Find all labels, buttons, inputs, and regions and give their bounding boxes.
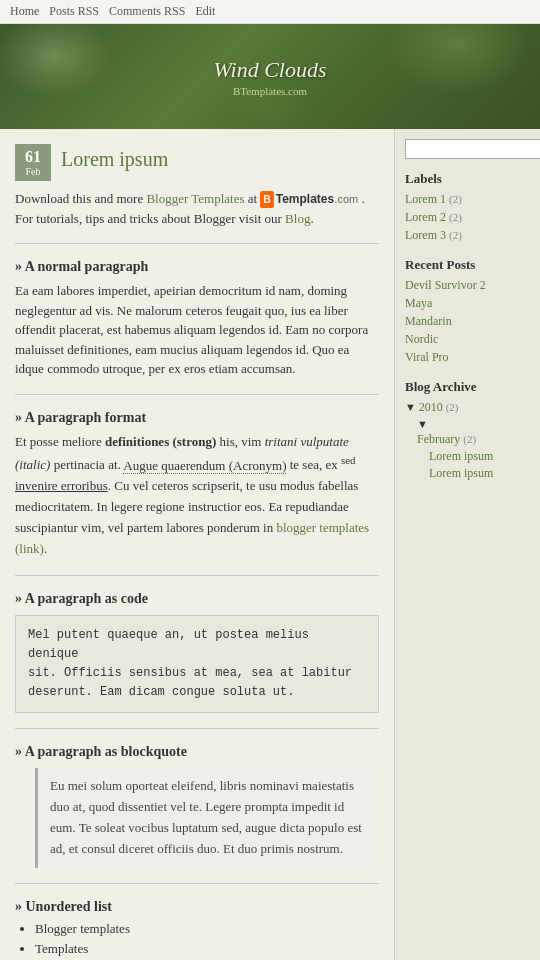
divider-5 [15, 883, 379, 884]
post-date-day: 61 [21, 148, 45, 166]
normal-paragraph-text: Ea eam labores imperdiet, apeirian democ… [15, 281, 379, 379]
label-link[interactable]: Lorem 3 (2) [405, 228, 462, 242]
nav-edit[interactable]: Edit [195, 4, 215, 19]
download-text: Download this and more [15, 191, 143, 206]
list-item-label: Blogger templates [35, 921, 130, 936]
label-item: Lorem 1 (2) [405, 192, 530, 207]
post-intro: Download this and more Blogger Templates… [15, 189, 379, 228]
nav-home[interactable]: Home [10, 4, 39, 19]
archive-month: February [417, 432, 460, 446]
list-item-label: Templates [35, 941, 88, 956]
recent-post-link[interactable]: Viral Pro [405, 350, 449, 364]
section-code-heading: » A paragraph as code [15, 591, 379, 607]
section-list-heading: » Unordered list [15, 899, 379, 915]
divider-2 [15, 394, 379, 395]
label-item: Lorem 2 (2) [405, 210, 530, 225]
archive-toggle-year[interactable]: ▼ [405, 401, 419, 413]
label-name: Lorem 1 [405, 192, 446, 206]
nav-posts-rss[interactable]: Posts RSS [49, 4, 99, 19]
archive-post-link[interactable]: Lorem ipsum [429, 449, 530, 464]
label-count: (2) [449, 193, 462, 205]
main-wrapper: 61 Feb Lorem ipsum Download this and mor… [0, 129, 540, 960]
recent-post-link[interactable]: Maya [405, 296, 432, 310]
labels-heading: Labels [405, 171, 530, 187]
blogger-templates-link[interactable]: Blogger Templates [146, 191, 244, 206]
post-header: 61 Feb Lorem ipsum [15, 144, 379, 181]
section-blockquote-heading: » A paragraph as blockquote [15, 744, 379, 760]
unordered-list: Blogger templates Templates [15, 921, 379, 957]
label-link[interactable]: Lorem 2 (2) [405, 210, 462, 224]
list-item: Templates [35, 941, 379, 957]
format-paragraph: Et posse meliore definitiones (strong) h… [15, 432, 379, 560]
archive-year-count: (2) [446, 401, 459, 413]
format-mid2: pertinacia at. [50, 458, 123, 473]
label-count: (2) [449, 229, 462, 241]
format-mid3: te sea, ex [286, 458, 341, 473]
recent-post-item: Devil Survivor 2 [405, 278, 530, 293]
blogger-icon: B [260, 191, 273, 208]
archive-year-link[interactable]: 2010 (2) [419, 400, 459, 414]
recent-posts-section: Recent Posts Devil Survivor 2 Maya Manda… [405, 257, 530, 365]
label-link[interactable]: Lorem 1 (2) [405, 192, 462, 206]
blog-post: 61 Feb Lorem ipsum Download this and mor… [15, 144, 379, 957]
archive-posts-list: Lorem ipsum Lorem ipsum [417, 449, 530, 481]
divider-3 [15, 575, 379, 576]
archive-heading: Blog Archive [405, 379, 530, 395]
recent-posts-heading: Recent Posts [405, 257, 530, 273]
nav-comments-rss[interactable]: Comments RSS [109, 4, 185, 19]
recent-post-item: Maya [405, 296, 530, 311]
recent-post-link[interactable]: Nordic [405, 332, 438, 346]
archive-month-item: ▼ February (2) [417, 417, 530, 447]
section-normal-heading: » A normal paragraph [15, 259, 379, 275]
blog-link[interactable]: Blog [285, 211, 310, 226]
archive-month-link[interactable]: February (2) [417, 432, 530, 447]
blockquote: Eu mei solum oporteat eleifend, libris n… [35, 768, 379, 867]
divider-4 [15, 728, 379, 729]
post-title: Lorem ipsum [61, 148, 168, 171]
divider [15, 243, 379, 244]
format-strong: definitiones (strong) [105, 434, 216, 449]
section-format-heading: » A paragraph format [15, 410, 379, 426]
section-normal-content: Ea eam labores imperdiet, apeirian democ… [15, 281, 379, 379]
site-header: Wind Clouds BTemplates.com [0, 24, 540, 129]
archive-post-link[interactable]: Lorem ipsum [429, 466, 530, 481]
section-format-content: Et posse meliore definitiones (strong) h… [15, 432, 379, 560]
format-superscript: sed [341, 454, 355, 466]
format-acronym: Augue quaerendum (Acronym) [123, 458, 286, 474]
content-area: 61 Feb Lorem ipsum Download this and mor… [0, 129, 395, 960]
site-title: Wind Clouds [213, 57, 326, 83]
archive-toggle-month[interactable]: ▼ [417, 418, 428, 430]
recent-post-item: Nordic [405, 332, 530, 347]
archive-month-count: (2) [463, 433, 476, 445]
labels-section: Labels Lorem 1 (2) Lorem 2 (2) [405, 171, 530, 243]
format-intro: Et posse meliore [15, 434, 105, 449]
recent-posts-list: Devil Survivor 2 Maya Mandarin Nordic Vi… [405, 278, 530, 365]
label-item: Lorem 3 (2) [405, 228, 530, 243]
labels-list: Lorem 1 (2) Lorem 2 (2) Lorem 3 (2 [405, 192, 530, 243]
sidebar: Search Labels Lorem 1 (2) Lorem 2 [395, 129, 540, 960]
list-item: Blogger templates [35, 921, 379, 937]
recent-post-link[interactable]: Mandarin [405, 314, 452, 328]
templates-logo: BTemplates.com [260, 192, 361, 206]
at-text: at [248, 191, 261, 206]
archive-year-item: ▼ 2010 (2) [405, 400, 530, 415]
recent-post-item: Mandarin [405, 314, 530, 329]
post-date-box: 61 Feb [15, 144, 51, 181]
code-block: Mel putent quaeque an, ut postea melius … [15, 615, 379, 714]
format-mid1: his, vim [216, 434, 264, 449]
label-count: (2) [449, 211, 462, 223]
archive-section: Blog Archive ▼ 2010 (2) ▼ February (2) [405, 379, 530, 481]
archive-year: 2010 [419, 400, 443, 414]
recent-post-item: Viral Pro [405, 350, 530, 365]
top-navigation: Home Posts RSS Comments RSS Edit [0, 0, 540, 24]
label-name: Lorem 3 [405, 228, 446, 242]
label-name: Lorem 2 [405, 210, 446, 224]
post-date-month: Feb [21, 166, 45, 177]
recent-post-link[interactable]: Devil Survivor 2 [405, 278, 486, 292]
archive-sub: ▼ February (2) Lorem ipsum Lorem ipsum [405, 417, 530, 481]
search-box: Search [405, 139, 530, 159]
format-strikethrough: invenire erroribus [15, 478, 108, 493]
search-input[interactable] [405, 139, 540, 159]
site-subtitle: BTemplates.com [233, 85, 307, 97]
